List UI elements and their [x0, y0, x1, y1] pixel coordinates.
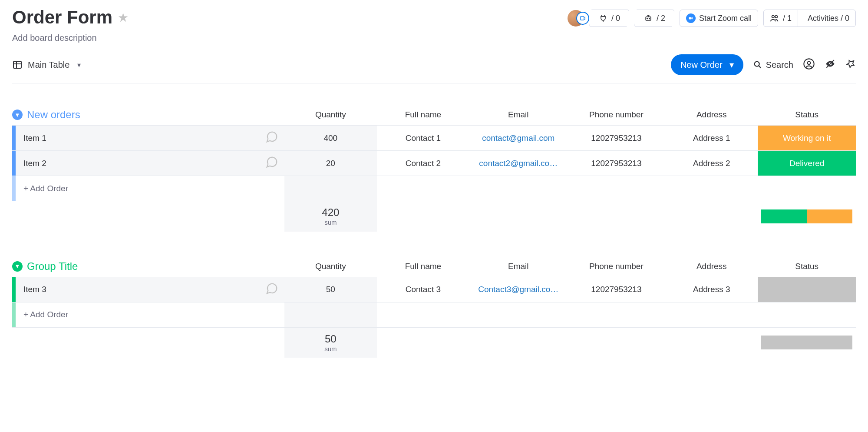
quantity-cell[interactable]: 400 [284, 126, 377, 151]
group-color-bar [12, 302, 16, 327]
column-header-fullname[interactable]: Full name [377, 104, 469, 126]
group-title[interactable]: Group Title [27, 260, 78, 272]
add-order-label: + Add Order [16, 310, 68, 319]
activities-button[interactable]: Activities / 0 [802, 10, 855, 27]
fullname-cell[interactable]: Contact 2 [377, 151, 469, 176]
integrations-pill[interactable]: / 0 [589, 10, 629, 27]
favorite-star-icon[interactable]: ★ [118, 10, 129, 25]
search-button[interactable]: Search [753, 60, 793, 70]
group-collapse-toggle[interactable]: ▼ [12, 261, 23, 272]
status-summary [761, 209, 852, 223]
column-header-status[interactable]: Status [758, 104, 856, 126]
view-selector[interactable]: Main Table ▾ [12, 60, 81, 70]
svg-point-9 [804, 59, 814, 69]
search-label: Search [766, 60, 793, 70]
svg-point-5 [772, 16, 775, 18]
automations-pill[interactable]: / 2 [634, 10, 674, 27]
svg-point-3 [649, 18, 650, 19]
user-avatar[interactable] [568, 10, 584, 27]
table-row[interactable]: Item 1 400 Contact 1 contact@gmail.com 1… [12, 126, 856, 151]
column-header-phone[interactable]: Phone number [568, 104, 666, 126]
group-title[interactable]: New orders [27, 109, 80, 121]
phone-cell[interactable]: 12027953213 [568, 151, 666, 176]
group-color-bar [12, 151, 16, 176]
column-header-email[interactable]: Email [469, 104, 568, 126]
column-header-phone[interactable]: Phone number [568, 256, 666, 277]
column-header-quantity[interactable]: Quantity [284, 256, 377, 277]
item-name[interactable]: Item 1 [16, 133, 259, 143]
email-cell[interactable]: Contact3@gmail.co… [469, 277, 568, 302]
quantity-sum: 420 sum [284, 201, 377, 232]
group-color-bar [12, 277, 16, 302]
fullname-cell[interactable]: Contact 1 [377, 126, 469, 151]
item-name[interactable]: Item 3 [16, 285, 259, 294]
conversation-icon[interactable] [259, 156, 284, 171]
svg-point-6 [775, 16, 778, 18]
svg-point-8 [754, 62, 759, 66]
column-header-email[interactable]: Email [469, 256, 568, 277]
svg-point-2 [647, 18, 648, 19]
status-cell[interactable]: Working on it [758, 126, 856, 151]
column-header-status[interactable]: Status [758, 256, 856, 277]
fullname-cell[interactable]: Contact 3 [377, 277, 469, 302]
quantity-cell[interactable]: 50 [284, 277, 377, 302]
address-cell[interactable]: Address 1 [665, 126, 758, 151]
chevron-down-icon: ▾ [77, 61, 81, 69]
conversation-icon[interactable] [259, 282, 284, 297]
item-name[interactable]: Item 2 [16, 159, 259, 168]
phone-cell[interactable]: 12027953213 [568, 277, 666, 302]
conversation-icon[interactable] [259, 130, 284, 146]
board-description[interactable]: Add board description [12, 33, 129, 43]
table-row[interactable]: Item 2 20 Contact 2 contact2@gmail.co… 1… [12, 151, 856, 176]
table-row[interactable]: Item 3 50 Contact 3 Contact3@gmail.co… 1… [12, 277, 856, 302]
svg-rect-4 [689, 17, 691, 20]
status-cell[interactable] [758, 277, 856, 302]
column-header-address[interactable]: Address [665, 256, 758, 277]
zoom-label: Start Zoom call [699, 14, 752, 23]
quantity-sum: 50 sum [284, 328, 377, 358]
zoom-icon [686, 13, 696, 23]
add-order-row[interactable]: + Add Order [12, 302, 856, 327]
members-button[interactable]: / 1 [764, 10, 798, 27]
board-view-icon[interactable] [576, 12, 589, 25]
page-title: Order Form [12, 7, 112, 28]
integrations-count: / 0 [611, 14, 620, 23]
chevron-down-icon: ▾ [729, 60, 734, 70]
search-icon [753, 60, 762, 70]
add-order-label: + Add Order [16, 184, 68, 193]
address-cell[interactable]: Address 2 [665, 151, 758, 176]
group-color-bar [12, 126, 16, 150]
email-cell[interactable]: contact2@gmail.co… [469, 151, 568, 176]
status-summary [761, 336, 852, 349]
phone-cell[interactable]: 12027953213 [568, 126, 666, 151]
svg-point-10 [808, 61, 811, 64]
plug-icon [598, 13, 608, 23]
quantity-cell[interactable]: 20 [284, 151, 377, 176]
add-order-row[interactable]: + Add Order [12, 176, 856, 201]
column-header-address[interactable]: Address [665, 104, 758, 126]
robot-icon [644, 13, 653, 23]
column-header-quantity[interactable]: Quantity [284, 104, 377, 126]
hide-columns-button[interactable] [825, 58, 836, 72]
group-collapse-toggle[interactable]: ▼ [12, 110, 23, 120]
group-color-bar [12, 176, 16, 201]
email-cell[interactable]: contact@gmail.com [469, 126, 568, 151]
automations-count: / 2 [657, 14, 665, 23]
status-cell[interactable]: Delivered [758, 151, 856, 176]
new-order-button[interactable]: New Order ▾ [671, 54, 743, 75]
new-order-label: New Order [680, 60, 723, 70]
zoom-button[interactable]: Start Zoom call [680, 10, 758, 27]
person-filter-button[interactable] [803, 58, 815, 72]
address-cell[interactable]: Address 3 [665, 277, 758, 302]
pin-button[interactable] [845, 59, 856, 71]
activities-label: Activities / 0 [808, 14, 849, 23]
members-count: / 1 [783, 14, 792, 23]
svg-rect-0 [581, 17, 584, 20]
members-icon [770, 13, 779, 23]
table-icon [12, 60, 23, 70]
column-header-fullname[interactable]: Full name [377, 256, 469, 277]
view-name: Main Table [28, 60, 69, 70]
svg-rect-7 [13, 61, 21, 68]
